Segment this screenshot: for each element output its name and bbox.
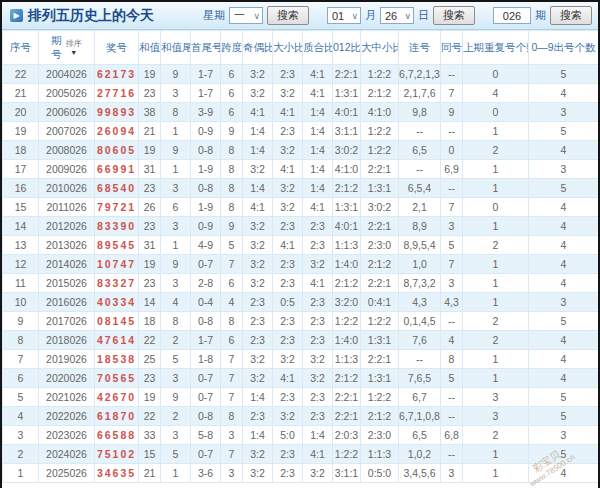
cell-span: 6 xyxy=(221,65,243,84)
cell-consecutive: -- xyxy=(399,160,441,179)
cell-digit-count: 5 xyxy=(529,407,599,426)
table-row: 222004026621731991-763:22:34:12:2:11:2:2… xyxy=(3,65,599,84)
cell-consecutive: 6,7,2,1,3 xyxy=(399,65,441,84)
cell-head-tail: 1-7 xyxy=(191,331,221,350)
cell-big-small-ratio: 4:1 xyxy=(273,103,303,122)
cell-prime-composite-ratio: 4:1 xyxy=(303,445,333,464)
cell-head-tail: 1-9 xyxy=(191,160,221,179)
cell-index: 4 xyxy=(3,407,39,426)
cell-sum-tail: 8 xyxy=(161,312,191,331)
cell-prize: 99893 xyxy=(95,103,139,122)
cell-big-mid-small-ratio: 1:1:3 xyxy=(361,445,399,464)
cell-consecutive: 2,1,7,6 xyxy=(399,84,441,103)
cell-same-number: 3 xyxy=(441,274,463,293)
header-period-label: 期 号 xyxy=(51,34,62,60)
cell-big-small-ratio: 2:3 xyxy=(273,445,303,464)
sort-control[interactable]: 排序▼ xyxy=(66,40,82,56)
cell-prev-repeat-count: 2 xyxy=(463,426,529,445)
date-search-button[interactable]: 搜索 xyxy=(433,6,475,25)
cell-consecutive: 3,4,5,6 xyxy=(399,464,441,483)
cell-index: 22 xyxy=(3,65,39,84)
cell-digit-count: 5 xyxy=(529,122,599,141)
cell-digit-count: 3 xyxy=(529,103,599,122)
cell-prev-repeat-count: 4 xyxy=(463,84,529,103)
cell-head-tail: 1-7 xyxy=(191,84,221,103)
table-row: 112015026833272332-863:22:34:12:1:22:2:1… xyxy=(3,274,599,293)
cell-index: 1 xyxy=(3,464,39,483)
cell-big-mid-small-ratio: 1:3:1 xyxy=(361,369,399,388)
search-controls: 星期 一 ∨ 搜索 01 ∨ 月 26 ∨ 日 搜索 期 搜索 xyxy=(203,6,592,25)
cell-digit-count: 3 xyxy=(529,293,599,312)
cell-sum: 19 xyxy=(139,141,161,160)
cell-odd-even-ratio: 3:2 xyxy=(243,160,273,179)
cell-prev-repeat-count: 1 xyxy=(463,464,529,483)
cell-prime-composite-ratio: 3:2 xyxy=(303,350,333,369)
cell-prize: 26094 xyxy=(95,122,139,141)
week-label: 星期 xyxy=(203,8,225,23)
cell-big-mid-small-ratio: 1:2:2 xyxy=(361,388,399,407)
header-prev-repeat-count: 上期重复号个数 xyxy=(463,31,529,65)
cell-head-tail: 0-8 xyxy=(191,312,221,331)
cell-period: 2015026 xyxy=(39,274,95,293)
cell-big-mid-small-ratio: 2:2:1 xyxy=(361,350,399,369)
cell-prize: 75102 xyxy=(95,445,139,464)
cell-span: 8 xyxy=(221,141,243,160)
cell-big-small-ratio: 3:2 xyxy=(273,407,303,426)
cell-same-number: -- xyxy=(441,312,463,331)
cell-prev-repeat-count: 1 xyxy=(463,274,529,293)
cell-consecutive: 6,7,1,0,8 xyxy=(399,407,441,426)
cell-odd-even-ratio: 1:4 xyxy=(243,141,273,160)
table-row: 62020026705652330-773:24:13:22:1:21:3:17… xyxy=(3,369,599,388)
cell-index: 7 xyxy=(3,350,39,369)
month-select[interactable]: 01 ∨ xyxy=(327,7,361,24)
cell-same-number: 5 xyxy=(441,236,463,255)
table-row: 82018026476142221-762:32:32:31:4:01:3:17… xyxy=(3,331,599,350)
header-consecutive: 连号 xyxy=(399,31,441,65)
cell-sum-tail: 1 xyxy=(161,464,191,483)
cell-same-number: -- xyxy=(441,445,463,464)
cell-prize: 61870 xyxy=(95,407,139,426)
cell-index: 6 xyxy=(3,369,39,388)
cell-consecutive: 8,9,5,4 xyxy=(399,236,441,255)
cell-digit-count: 3 xyxy=(529,160,599,179)
cell-big-mid-small-ratio: 2:1:2 xyxy=(361,255,399,274)
header-012-ratio: 012比 xyxy=(333,31,361,65)
cell-consecutive: -- xyxy=(399,122,441,141)
cell-sum: 23 xyxy=(139,179,161,198)
chevron-down-icon: ∨ xyxy=(404,11,411,21)
cell-odd-even-ratio: 3:2 xyxy=(243,464,273,483)
cell-digit-count: 3 xyxy=(529,426,599,445)
cell-digit-count: 5 xyxy=(529,312,599,331)
cell-prize: 66588 xyxy=(95,426,139,445)
cell-head-tail: 3-9 xyxy=(191,103,221,122)
cell-odd-even-ratio: 3:2 xyxy=(243,217,273,236)
cell-012-ratio: 1:2:2 xyxy=(333,445,361,464)
cell-span: 7 xyxy=(221,369,243,388)
cell-big-mid-small-ratio: 2:2:1 xyxy=(361,160,399,179)
cell-sum-tail: 4 xyxy=(161,293,191,312)
table-row: 162010026685402330-881:43:21:42:1:21:3:1… xyxy=(3,179,599,198)
cell-same-number: 5 xyxy=(441,369,463,388)
cell-sum-tail: 5 xyxy=(161,445,191,464)
table-row: 122014026107471990-773:22:33:21:4:02:1:2… xyxy=(3,255,599,274)
week-select-value: 一 xyxy=(234,8,245,23)
header-prize: 奖号 xyxy=(95,31,139,65)
week-select[interactable]: 一 ∨ xyxy=(229,7,263,24)
cell-big-small-ratio: 2:3 xyxy=(273,312,303,331)
cell-head-tail: 1-7 xyxy=(191,65,221,84)
cell-sum: 21 xyxy=(139,122,161,141)
cell-big-small-ratio: 4:1 xyxy=(273,236,303,255)
cell-prev-repeat-count: 2 xyxy=(463,141,529,160)
cell-consecutive: 6,5,4 xyxy=(399,179,441,198)
day-select[interactable]: 26 ∨ xyxy=(380,7,414,24)
cell-sum: 19 xyxy=(139,255,161,274)
week-search-button[interactable]: 搜索 xyxy=(267,6,309,25)
page-title: 排列五历史上的今天 xyxy=(28,7,154,25)
cell-big-mid-small-ratio: 3:0:2 xyxy=(361,198,399,217)
cell-period: 2022026 xyxy=(39,407,95,426)
issue-search-button[interactable]: 搜索 xyxy=(550,6,592,25)
cell-prize: 18538 xyxy=(95,350,139,369)
issue-input[interactable] xyxy=(493,7,531,24)
cell-prime-composite-ratio: 2:3 xyxy=(303,236,333,255)
cell-digit-count: 4 xyxy=(529,274,599,293)
